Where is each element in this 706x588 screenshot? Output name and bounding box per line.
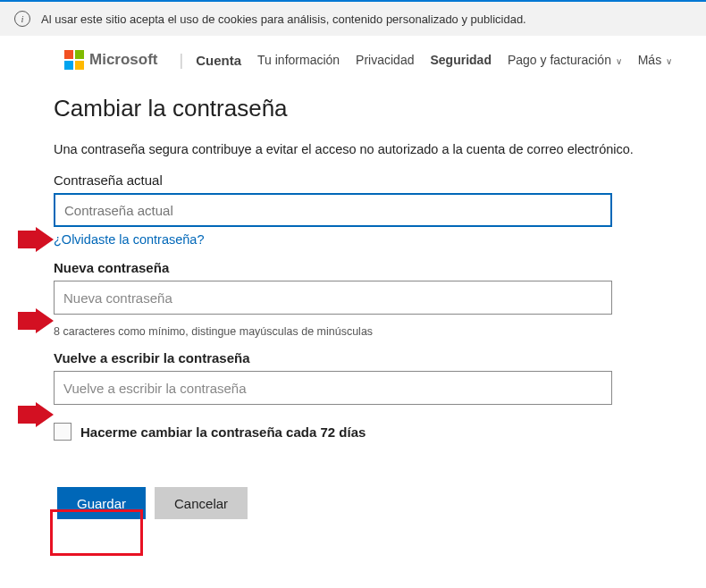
page-title: Cambiar la contraseña: [54, 95, 652, 122]
main-content: Cambiar la contraseña Una contraseña seg…: [0, 79, 706, 523]
save-button[interactable]: Guardar: [57, 487, 146, 519]
chevron-down-icon: ∨: [613, 56, 622, 66]
header: Microsoft | Cuenta Tu información Privac…: [0, 36, 706, 79]
microsoft-logo[interactable]: Microsoft: [64, 50, 158, 70]
current-password-input[interactable]: [54, 193, 612, 227]
forgot-password-link[interactable]: ¿Olvidaste la contraseña?: [54, 232, 204, 247]
info-icon: i: [14, 11, 30, 27]
cookie-bar: i Al usar este sitio acepta el uso de co…: [0, 0, 706, 36]
new-password-block: Nueva contraseña 8 caracteres como mínim…: [54, 260, 652, 338]
confirm-password-block: Vuelve a escribir la contraseña: [54, 350, 652, 405]
current-password-block: Contraseña actual ¿Olvidaste la contrase…: [54, 172, 652, 248]
microsoft-logo-text: Microsoft: [89, 51, 158, 69]
nav-account[interactable]: Cuenta: [196, 53, 241, 68]
force-change-checkbox[interactable]: [54, 423, 71, 441]
confirm-password-input[interactable]: [54, 371, 612, 405]
nav-payment[interactable]: Pago y facturación ∨: [508, 53, 622, 67]
nav-more-label: Más: [638, 53, 661, 67]
cookie-text: Al usar este sitio acepta el uso de cook…: [41, 13, 526, 26]
page-description: Una contraseña segura contribuye a evita…: [54, 142, 652, 156]
nav-your-info[interactable]: Tu información: [257, 53, 340, 67]
force-change-label: Hacerme cambiar la contraseña cada 72 dí…: [80, 424, 366, 440]
microsoft-logo-icon: [64, 50, 84, 70]
chevron-down-icon: ∨: [663, 56, 672, 66]
password-hint: 8 caracteres como mínimo, distingue mayú…: [54, 325, 652, 338]
cancel-button[interactable]: Cancelar: [155, 487, 248, 519]
action-buttons: Guardar Cancelar: [54, 483, 652, 523]
separator: |: [180, 51, 184, 70]
nav-security[interactable]: Seguridad: [430, 53, 491, 67]
nav-more[interactable]: Más ∨: [638, 53, 672, 67]
nav-payment-label: Pago y facturación: [508, 53, 611, 67]
nav-privacy[interactable]: Privacidad: [356, 53, 414, 67]
confirm-password-label: Vuelve a escribir la contraseña: [54, 350, 652, 365]
force-change-row: Hacerme cambiar la contraseña cada 72 dí…: [54, 423, 652, 441]
new-password-input[interactable]: [54, 281, 612, 315]
current-password-label: Contraseña actual: [54, 172, 652, 188]
new-password-label: Nueva contraseña: [54, 260, 652, 275]
